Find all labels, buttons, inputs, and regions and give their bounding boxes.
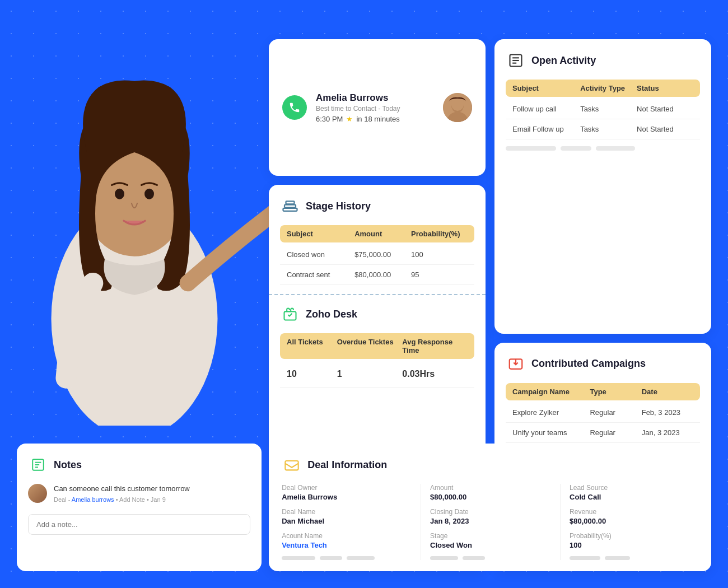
note-meta-date: Jan 9: [151, 496, 166, 503]
amount-field: Amount $80,000.00: [430, 484, 551, 501]
deal-col-1: Deal Owner Amelia Burrows Deal Name Dan …: [282, 484, 421, 560]
note-text: Can someone call this customer tomorrow: [54, 484, 190, 494]
deal-col-2: Amount $80,000.00 Closing Date Jan 8, 20…: [421, 484, 561, 560]
campaigns-title: Contributed Campaigns: [531, 358, 646, 370]
bottom-area: Notes Can someone call this customer tom…: [17, 444, 711, 571]
stage-table-header: Subject Amount Probability(%): [280, 225, 474, 242]
campaign-row-1[interactable]: Explore Zylker Regular Feb, 3 2023: [506, 403, 700, 423]
stage-value: Closed Won: [430, 541, 551, 549]
contact-card: Amelia Burrows Best time to Contact - To…: [269, 39, 486, 176]
stage-amount-2: $80,000.00: [354, 270, 411, 279]
stage-table: Subject Amount Probability(%) Closed won…: [280, 225, 474, 285]
activity-status-2: Not Started: [637, 125, 693, 133]
notes-icon: [28, 455, 48, 475]
contact-name: Amelia Burrows: [316, 92, 434, 104]
stage-probability-2: 95: [411, 270, 468, 279]
campaign-name-2: Unify your teams: [512, 428, 590, 437]
campaigns-icon: [506, 354, 526, 374]
stage-label: Stage: [430, 532, 551, 540]
probability-field: Probability(%) 100: [570, 532, 691, 549]
deal-name-field: Deal Name Dan Michael: [282, 508, 412, 525]
campaign-row-2[interactable]: Unify your teams Regular Jan, 3 2023: [506, 423, 700, 443]
col-activity-type: Activity Type: [580, 84, 637, 92]
campaign-date-1: Feb, 3 2023: [642, 408, 693, 417]
deal-placeholder-6: [570, 556, 600, 560]
activity-row-2[interactable]: Email Follow up Tasks Not Started: [506, 119, 700, 139]
lead-source-value: Cold Call: [570, 493, 691, 501]
campaign-name-1: Explore Zylker: [512, 408, 590, 417]
notes-card: Notes Can someone call this customer tom…: [17, 444, 262, 571]
activity-table: Subject Activity Type Status Follow up c…: [506, 80, 700, 139]
deal-placeholder-2: [320, 556, 342, 560]
deal-placeholder-3: [347, 556, 375, 560]
add-note-input[interactable]: [28, 514, 250, 535]
contact-avatar: [443, 93, 472, 122]
note-author-avatar: [28, 484, 47, 503]
svg-rect-13: [283, 208, 297, 211]
stage-icon: [280, 196, 300, 216]
deal-icon: [282, 455, 302, 475]
svg-point-3: [115, 189, 124, 199]
zoho-col-overdue: Overdue Ticktes: [337, 338, 403, 354]
col-subject: Subject: [512, 84, 580, 92]
lead-source-field: Lead Source Cold Call: [570, 484, 691, 501]
activity-type-1: Tasks: [580, 105, 637, 113]
stage-col-amount: Amount: [354, 230, 411, 238]
activity-subject-1: Follow up call: [512, 105, 580, 113]
contact-time-value: 6:30 PM: [316, 115, 343, 123]
placeholder-3: [596, 146, 635, 151]
zoho-tickets-value: 10: [287, 369, 337, 379]
person-illustration: [0, 34, 269, 426]
account-name-value[interactable]: Ventura Tech: [282, 541, 412, 549]
zoho-overdue-value: 1: [337, 369, 403, 379]
note-add-action[interactable]: Add Note: [119, 496, 145, 503]
activity-row-1[interactable]: Follow up call Tasks Not Started: [506, 99, 700, 119]
stage-field: Stage Closed Won: [430, 532, 551, 549]
activity-table-header: Subject Activity Type Status: [506, 80, 700, 97]
stage-col-probability: Probability(%): [411, 230, 468, 238]
stage-row-1[interactable]: Closed won $75,000.00 100: [280, 245, 474, 265]
revenue-label: Revenue: [570, 508, 691, 516]
note-item: Can someone call this customer tomorrow …: [28, 484, 250, 503]
open-activity-card: Open Activity Subject Activity Type Stat…: [494, 39, 711, 334]
stage-subject-1: Closed won: [287, 250, 354, 259]
stage-row-2[interactable]: Contract sent $80,000.00 95: [280, 265, 474, 285]
phone-icon-wrapper[interactable]: [282, 95, 307, 120]
zoho-col-avg-response: Avg Response Time: [402, 338, 468, 354]
deal-grid: Deal Owner Amelia Burrows Deal Name Dan …: [282, 484, 700, 560]
note-meta-link[interactable]: Amelia burrows: [72, 496, 114, 503]
avatar-svg: [443, 93, 472, 122]
zoho-desk-header: Zoho Desk: [280, 304, 474, 324]
campaign-type-1: Regular: [590, 408, 641, 417]
placeholder-2: [561, 146, 591, 151]
closing-date-value: Jan 8, 2023: [430, 517, 551, 525]
contact-time: 6:30 PM ★ in 18 minutes: [316, 115, 434, 123]
svg-point-4: [144, 189, 154, 199]
revenue-field: Revenue $80,000.00: [570, 508, 691, 525]
activity-subject-2: Email Follow up: [512, 125, 580, 133]
deal-placeholder-5: [463, 556, 485, 560]
account-name-label: Acount Name: [282, 532, 412, 540]
zoho-metrics-row: 10 1 0.03Hrs: [280, 361, 474, 388]
closing-date-label: Closing Date: [430, 508, 551, 516]
notes-title: Notes: [54, 459, 82, 471]
zoho-avg-response-value: 0.03Hrs: [402, 369, 468, 379]
open-activity-header: Open Activity: [506, 50, 700, 71]
deal-placeholder-4: [430, 556, 458, 560]
campaign-type-2: Regular: [590, 428, 641, 437]
svg-rect-14: [284, 205, 296, 208]
zoho-desk-title: Zoho Desk: [306, 309, 357, 320]
probability-value: 100: [570, 541, 691, 549]
note-content: Can someone call this customer tomorrow …: [54, 484, 190, 503]
camp-col-date: Date: [642, 388, 693, 396]
star-icon: ★: [346, 115, 353, 123]
zoho-metrics-table: All Tickets Overdue Ticktes Avg Response…: [280, 333, 474, 388]
col-status: Status: [637, 84, 693, 92]
deal-name-label: Deal Name: [282, 508, 412, 516]
svg-rect-23: [285, 461, 298, 470]
closing-date-field: Closing Date Jan 8, 2023: [430, 508, 551, 525]
camp-col-name: Campaign Name: [512, 388, 590, 396]
deal-owner-label: Deal Owner: [282, 484, 412, 492]
deal-col3-placeholders: [570, 556, 691, 560]
list-icon: [506, 50, 526, 71]
